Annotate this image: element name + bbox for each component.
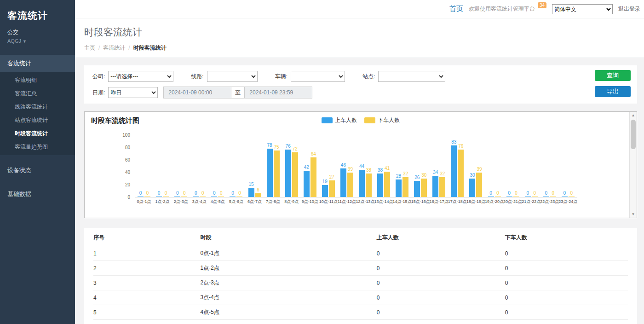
app-brand: 客流统计 (0, 0, 75, 28)
x-tick-label: 7点-8点 (264, 199, 282, 206)
date-from-input[interactable] (163, 87, 231, 98)
logout-link[interactable]: 退出登录 (618, 5, 640, 13)
boarding-bar: 42 (304, 171, 310, 197)
sidebar-menu: 客流统计客流明细客流汇总线路客流统计站点客流统计时段客流统计客流量趋势图设备状态… (0, 55, 75, 203)
sidebar-item[interactable]: 线路客流统计 (0, 100, 75, 114)
bar-value-label: 39 (348, 167, 353, 172)
sidebar-item[interactable]: 客流汇总 (0, 87, 75, 100)
org-selector[interactable]: AQGJ▼ (7, 38, 68, 44)
alighting-bar: 72 (292, 152, 298, 197)
company-select[interactable]: ---请选择--- (108, 71, 173, 82)
notification-badge[interactable]: 34 (538, 2, 546, 8)
table-cell: 1点-2点 (200, 261, 376, 276)
bar-value-label: 0 (183, 191, 186, 196)
x-tick-label: 6点-7点 (245, 199, 264, 206)
bar-value-label: 0 (545, 191, 547, 196)
breadcrumb-item: 时段客流统计 (133, 45, 167, 51)
data-table: 序号时段上车人数下车人数10点-1点0021点-2点0032点-3点0043点-… (93, 229, 628, 324)
table-cell: 0 (505, 261, 628, 276)
alighting-bar: 32 (439, 177, 445, 197)
sidebar-item[interactable]: 客流明细 (0, 74, 75, 87)
table-cell: 2 (93, 261, 200, 276)
bar-value-label: 27 (329, 175, 334, 179)
alighting-bar: 0 (163, 197, 169, 197)
alighting-bar: 0 (181, 197, 187, 197)
boarding-bar: 44 (359, 170, 365, 197)
vehicle-label: 车辆: (275, 73, 288, 81)
bar-group: 00 (172, 197, 190, 197)
date-to-input[interactable] (244, 87, 312, 98)
boarding-bar: 46 (340, 168, 346, 197)
table-cell: 0 (377, 276, 505, 290)
legend-label: 上车人数 (335, 116, 357, 124)
boarding-bar: 0 (211, 197, 217, 197)
org-block: 公交 AQGJ▼ (0, 28, 75, 50)
legend-item[interactable]: 下车人数 (364, 116, 400, 124)
table-row: 21点-2点00 (93, 261, 628, 276)
language-select[interactable]: 简体中文 (552, 4, 613, 14)
boarding-bar: 0 (488, 197, 494, 197)
filter-panel: 公司: ---请选择--- 线路: 车辆: 站点: (84, 65, 637, 104)
bar-value-label: 28 (396, 174, 401, 179)
alighting-bar: 0 (200, 197, 206, 197)
home-link[interactable]: 首页 (449, 5, 463, 13)
legend-label: 下车人数 (378, 116, 400, 124)
breadcrumb-item[interactable]: 主页 (84, 45, 95, 51)
bar-value-label: 41 (385, 166, 390, 171)
bar-value-label: 0 (139, 191, 142, 196)
bar-value-label: 72 (293, 147, 298, 151)
boarding-bar: 0 (193, 197, 199, 197)
table-cell: 0 (505, 276, 628, 290)
boarding-bar: 19 (322, 185, 328, 197)
bar-chart: 020406080100 000000000000156787576724264… (91, 135, 621, 206)
x-tick-label: 19点-20点 (485, 199, 503, 206)
bar-group: 00 (208, 197, 227, 197)
sidebar-item[interactable]: 时段客流统计 (0, 127, 75, 140)
legend-swatch (322, 117, 333, 123)
table-row: 54点-5点00 (93, 305, 628, 320)
line-select[interactable] (207, 71, 258, 82)
sidebar-item[interactable]: 客流量趋势图 (0, 140, 75, 154)
filter-row-1: 公司: ---请选择--- 线路: 车辆: 站点: (92, 70, 629, 82)
boarding-bar: 0 (230, 197, 236, 197)
bar-value-label: 83 (451, 140, 456, 145)
query-button[interactable]: 查询 (595, 70, 631, 81)
sidebar-item[interactable]: 站点客流统计 (0, 114, 75, 127)
breadcrumb-item[interactable]: 客流统计 (103, 45, 125, 51)
bar-value-label: 0 (238, 191, 241, 196)
bar-value-label: 19 (322, 179, 328, 184)
scroll-up-icon[interactable]: ▲ (630, 112, 637, 119)
breadcrumb: 主页/客流统计/时段客流统计 (84, 44, 644, 58)
station-select[interactable] (378, 71, 445, 82)
bar-value-label: 30 (421, 173, 426, 178)
x-tick-label: 0点-1点 (135, 199, 153, 206)
alighting-bar: 39 (347, 173, 353, 197)
legend-item[interactable]: 上车人数 (322, 116, 357, 124)
org-code: AQGJ (7, 38, 21, 44)
date-preset-select[interactable]: 昨日 (108, 87, 158, 98)
bar-group: 7875 (264, 149, 282, 197)
table-row: 32点-3点00 (93, 276, 628, 290)
top-header: 首页 欢迎使用客流统计管理平台 34 简体中文 退出登录 (75, 0, 644, 18)
bar-value-label: 0 (195, 191, 197, 196)
alighting-bar: 38 (366, 174, 372, 197)
station-label: 站点: (362, 73, 375, 81)
scroll-down-icon[interactable]: ▼ (630, 211, 637, 218)
chart-legend: 上车人数下车人数 (322, 116, 400, 124)
alighting-bar: 0 (513, 197, 519, 197)
sidebar-section[interactable]: 基础数据 (0, 185, 75, 203)
scrollbar-thumb[interactable] (631, 120, 636, 149)
table-cell: 0 (505, 320, 628, 324)
chart-scrollbar[interactable]: ▲ ▼ (629, 112, 637, 218)
y-tick-label: 40 (125, 170, 130, 175)
bar-value-label: 0 (231, 191, 234, 196)
export-button[interactable]: 导出 (595, 86, 631, 97)
sidebar-section[interactable]: 设备状态 (0, 162, 75, 179)
sidebar-section[interactable]: 客流统计 (0, 55, 75, 72)
vehicle-select[interactable] (291, 71, 345, 82)
bar-value-label: 0 (508, 191, 511, 196)
x-tick-label: 2点-3点 (172, 199, 190, 206)
bar-group: 00 (522, 197, 540, 197)
company-label: 公司: (92, 73, 105, 81)
table-row: 10点-1点00 (93, 246, 628, 261)
